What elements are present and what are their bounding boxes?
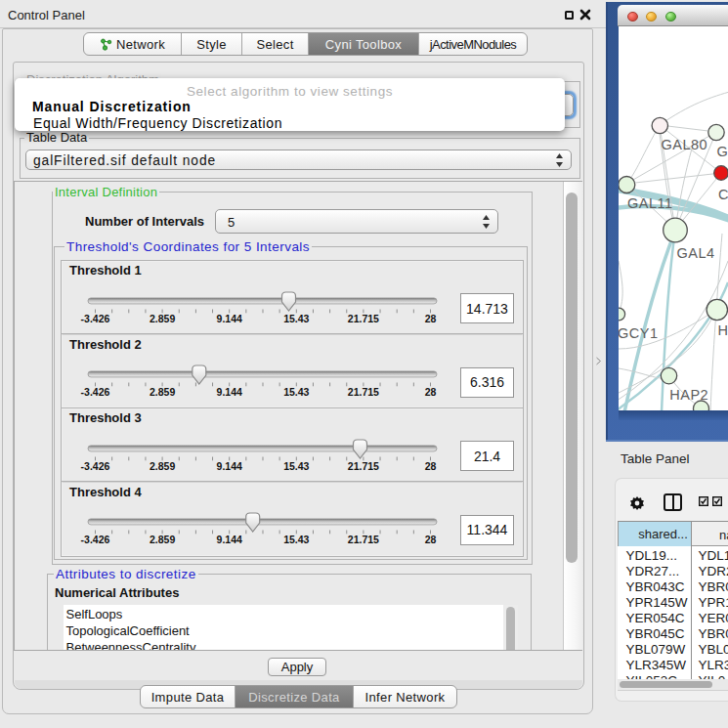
svg-text:2.859: 2.859 bbox=[150, 386, 175, 398]
svg-text:28: 28 bbox=[425, 313, 437, 324]
svg-text:GAL11: GAL11 bbox=[627, 195, 673, 211]
svg-text:21.715: 21.715 bbox=[348, 313, 379, 324]
svg-text:15.43: 15.43 bbox=[283, 313, 309, 324]
svg-text:15.43: 15.43 bbox=[283, 386, 309, 398]
svg-text:15.43: 15.43 bbox=[283, 534, 309, 545]
svg-text:15.43: 15.43 bbox=[283, 460, 309, 472]
svg-text:28: 28 bbox=[425, 534, 437, 545]
svg-text:2.859: 2.859 bbox=[150, 460, 175, 472]
svg-text:9.144: 9.144 bbox=[217, 386, 242, 398]
svg-text:-3.426: -3.426 bbox=[81, 386, 110, 398]
svg-text:21.715: 21.715 bbox=[348, 460, 379, 472]
svg-text:2.859: 2.859 bbox=[150, 313, 175, 324]
svg-text:C: C bbox=[718, 187, 728, 202]
svg-text:-3.426: -3.426 bbox=[81, 534, 110, 545]
svg-text:HAP2: HAP2 bbox=[669, 387, 708, 403]
svg-text:-3.426: -3.426 bbox=[81, 313, 110, 324]
svg-text:GCY1: GCY1 bbox=[619, 325, 659, 341]
svg-text:9.144: 9.144 bbox=[217, 534, 242, 545]
svg-text:GAL4: GAL4 bbox=[677, 245, 715, 261]
svg-text:9.144: 9.144 bbox=[217, 460, 242, 472]
svg-text:28: 28 bbox=[425, 460, 437, 472]
svg-text:9.144: 9.144 bbox=[217, 313, 242, 324]
svg-text:GAL80: GAL80 bbox=[662, 137, 708, 152]
svg-text:2.859: 2.859 bbox=[150, 534, 175, 545]
svg-text:21.715: 21.715 bbox=[348, 534, 379, 545]
svg-text:21.715: 21.715 bbox=[348, 386, 379, 398]
svg-text:H: H bbox=[718, 322, 728, 338]
svg-text:28: 28 bbox=[425, 386, 437, 398]
svg-text:-3.426: -3.426 bbox=[81, 460, 110, 472]
svg-text:GAL: GAL bbox=[717, 144, 728, 159]
